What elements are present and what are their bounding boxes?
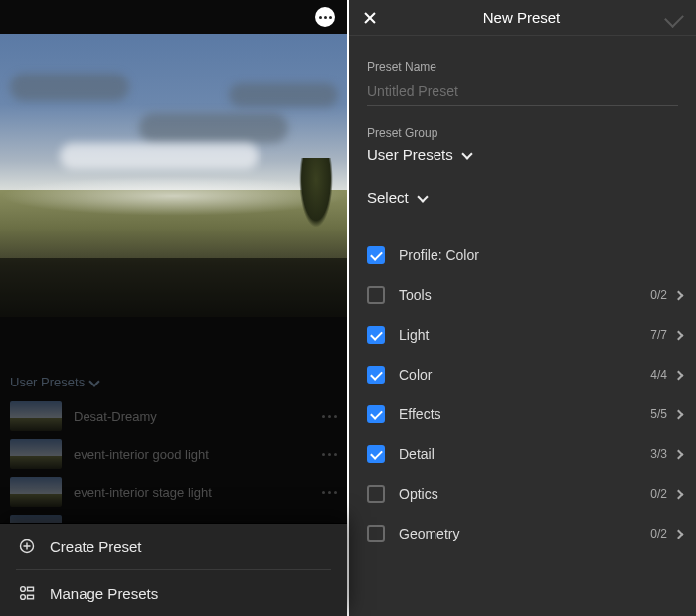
setting-label: Geometry [399,526,650,541]
create-preset-icon [18,538,36,555]
right-topbar: New Preset [349,0,696,36]
preset-name-input[interactable] [367,79,678,106]
preset-name: Desat-Dreamy [74,409,310,424]
chevron-right-icon [674,330,684,340]
checkbox[interactable] [367,366,385,384]
user-presets-label: User Presets [10,375,85,389]
checkbox[interactable] [367,286,385,304]
manage-presets-menu-item[interactable]: Manage Presets [0,570,347,616]
left-topbar [0,0,347,34]
checkbox[interactable] [367,485,385,503]
checkbox[interactable] [367,405,385,423]
svg-rect-4 [28,595,34,599]
preset-group-label: Preset Group [367,126,678,140]
create-preset-label: Create Preset [50,539,142,555]
preview-photo [0,34,347,317]
preset-name: event-interior good light [74,447,310,462]
preset-more-icon[interactable] [322,491,337,494]
context-menu: Create Preset Manage Presets [0,523,347,616]
checkbox[interactable] [367,525,385,542]
setting-row[interactable]: Color4/4 [367,355,686,394]
preset-more-icon[interactable] [322,453,337,456]
preset-thumbnail [10,477,62,507]
preset-group-dropdown[interactable]: User Presets [367,146,678,163]
user-presets-dropdown[interactable]: User Presets [0,367,347,397]
setting-label: Tools [399,287,650,303]
preset-group-value: User Presets [367,146,453,163]
preset-more-icon[interactable] [322,415,337,418]
manage-presets-icon [18,584,36,602]
setting-label: Color [399,367,650,383]
setting-count: 0/2 [650,487,667,501]
preset-name-label: Preset Name [367,60,678,74]
setting-count: 7/7 [650,328,667,342]
chevron-right-icon [674,370,684,380]
svg-point-3 [21,595,26,600]
chevron-right-icon [674,529,684,539]
more-menu-button[interactable] [315,7,335,27]
chevron-right-icon [674,449,684,459]
panel-title: New Preset [377,9,666,26]
preset-name: event-interior stage light [74,485,310,500]
setting-row[interactable]: Light7/7 [367,315,686,355]
close-button[interactable] [363,11,377,25]
create-preset-menu-item[interactable]: Create Preset [0,524,347,569]
setting-label: Optics [399,486,650,502]
setting-count: 0/2 [650,288,667,302]
manage-presets-label: Manage Presets [50,585,158,602]
setting-label: Effects [399,406,650,422]
setting-row[interactable]: Detail3/3 [367,434,686,474]
preset-thumbnail [10,439,62,469]
setting-row[interactable]: Tools0/2 [367,275,686,315]
svg-rect-2 [28,587,34,591]
chevron-right-icon [674,409,684,419]
select-label: Select [367,189,409,206]
preset-row[interactable]: Desat-Dreamy [0,397,347,435]
confirm-button[interactable] [664,8,684,28]
setting-label: Detail [399,446,650,462]
svg-point-1 [21,587,26,592]
checkbox[interactable] [367,246,385,264]
checkbox[interactable] [367,445,385,463]
setting-count: 3/3 [650,447,667,461]
setting-count: 0/2 [650,527,667,540]
preset-row[interactable]: event-interior stage light [0,473,347,511]
setting-row[interactable]: Optics0/2 [367,474,686,514]
setting-count: 5/5 [650,407,667,421]
setting-row[interactable]: Effects5/5 [367,394,686,434]
checkbox[interactable] [367,326,385,344]
preset-row[interactable]: event-interior good light [0,435,347,473]
chevron-down-icon [417,191,428,202]
preset-thumbnail [10,401,62,431]
chevron-right-icon [674,489,684,499]
select-dropdown[interactable]: Select [367,189,678,206]
chevron-down-icon [461,148,472,159]
setting-label: Profile: Color [399,247,667,263]
setting-row[interactable]: Geometry0/2 [367,514,686,553]
setting-row[interactable]: Profile: Color [367,235,686,275]
settings-list: Profile: ColorTools0/2Light7/7Color4/4Ef… [349,235,696,553]
setting-count: 4/4 [650,368,667,382]
chevron-down-icon [88,376,99,386]
chevron-right-icon [674,290,684,300]
setting-label: Light [399,327,650,343]
